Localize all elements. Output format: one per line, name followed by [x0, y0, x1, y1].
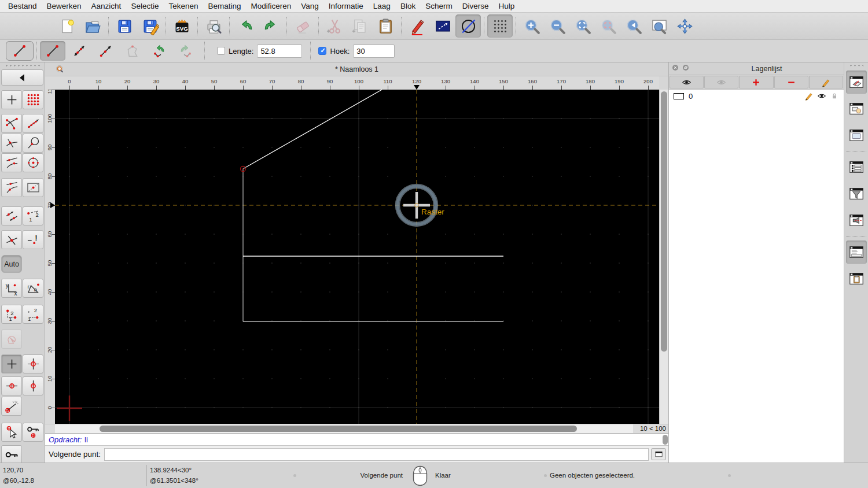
restrict-horizontal-vertical-button[interactable]: 12	[23, 305, 43, 324]
zoom-in-button[interactable]	[519, 14, 545, 38]
panel-property-editor-button[interactable]	[846, 156, 867, 179]
vertical-scrollbar[interactable]	[659, 90, 668, 424]
zoom-out-button[interactable]	[545, 14, 570, 38]
deselect-all-button[interactable]	[455, 14, 481, 38]
relative-zero-vertical-button[interactable]	[23, 376, 43, 395]
close-panel-button[interactable]	[669, 64, 679, 73]
relative-zero-horizontal-button[interactable]	[1, 376, 22, 395]
relative-zero-angle-button[interactable]	[1, 397, 22, 416]
select-mode-button[interactable]	[430, 14, 455, 38]
menu-modificeren[interactable]: Modificeren	[251, 2, 292, 10]
menu-laag[interactable]: Laag	[373, 2, 391, 10]
line-both-directions-button[interactable]	[67, 41, 92, 61]
menu-aanzicht[interactable]: Aanzicht	[91, 2, 122, 10]
svg-export-button[interactable]: SVG	[169, 14, 194, 38]
add-layer-button[interactable]	[739, 76, 773, 88]
print-preview-button[interactable]	[201, 14, 226, 38]
menu-informatie[interactable]: Informatie	[329, 2, 363, 10]
angle-input[interactable]	[353, 45, 395, 58]
line-single-direction-button[interactable]	[93, 41, 119, 61]
auto-snap-button[interactable]: Auto	[1, 255, 22, 273]
panel-library-browser-button[interactable]	[846, 209, 867, 232]
edit-layer-button[interactable]	[809, 76, 843, 88]
coordinate-cartesian-button[interactable]: yx	[1, 279, 22, 298]
coordinate-polar-button[interactable]: ra	[23, 279, 43, 298]
snap-intersection-manual-button[interactable]: !	[23, 230, 43, 249]
current-tool-line[interactable]	[6, 41, 34, 61]
undo-button[interactable]	[233, 14, 258, 38]
relative-zero-locked-button[interactable]	[1, 445, 22, 463]
back-button[interactable]	[1, 69, 43, 86]
snap-intersection-button[interactable]	[1, 230, 22, 249]
panel-block-list-button[interactable]	[846, 97, 867, 120]
edit-layer[interactable]	[804, 91, 814, 101]
remove-layer-button[interactable]	[774, 76, 808, 88]
snap-center-icon	[25, 155, 41, 171]
snap-intersection-auto-button[interactable]	[1, 134, 22, 153]
palette-drag-handle[interactable]	[5, 64, 40, 67]
grid-toggle-button[interactable]	[487, 14, 513, 38]
pick-relative-zero-button[interactable]	[1, 423, 22, 442]
zoom-previous-button[interactable]	[621, 14, 646, 38]
snap-center-button[interactable]	[23, 153, 43, 172]
snap-perpendicular-button[interactable]	[1, 178, 22, 197]
horizontal-scrollbar[interactable]	[55, 424, 633, 434]
restrict-orthogonal-button[interactable]: 12	[1, 305, 22, 324]
menu-blok[interactable]: Blok	[400, 2, 415, 10]
paste-button[interactable]	[373, 14, 398, 38]
menu-vang[interactable]: Vang	[301, 2, 319, 10]
snap-free-icon	[4, 92, 20, 108]
command-input[interactable]	[104, 448, 649, 461]
show-all-layers-button[interactable]	[670, 76, 704, 88]
snap-distance-button[interactable]: 12	[23, 206, 43, 225]
lock-relative-zero-button[interactable]	[23, 423, 43, 442]
layer-visibility-toggle[interactable]	[817, 91, 826, 101]
length-input[interactable]	[257, 45, 302, 58]
redo-button[interactable]	[258, 14, 284, 38]
command-window-toggle-button[interactable]	[651, 448, 666, 460]
snap-tangent-button[interactable]	[1, 153, 22, 172]
snap-on-entity-button[interactable]	[23, 134, 43, 153]
menu-scherm[interactable]: Scherm	[425, 2, 453, 10]
save-as-button[interactable]	[137, 14, 163, 38]
layer-lock-toggle[interactable]	[830, 91, 839, 101]
line-segments-button[interactable]	[40, 41, 65, 61]
snap-free-button[interactable]	[1, 90, 22, 109]
horizontal-scrollbar-thumb[interactable]	[100, 426, 577, 432]
zoom-auto-button[interactable]	[570, 14, 595, 38]
pan-button[interactable]	[672, 14, 697, 38]
snap-grid-button[interactable]	[23, 90, 43, 109]
menu-bewerken[interactable]: Bewerken	[47, 2, 82, 10]
zoom-window-button[interactable]	[646, 14, 672, 38]
angle-checkbox[interactable]	[318, 47, 326, 55]
menu-tekenen[interactable]: Tekenen	[168, 2, 198, 10]
layer-row[interactable]: 0	[669, 90, 844, 102]
snap-endpoints-button[interactable]	[1, 114, 22, 133]
panel-clipboard-button[interactable]	[846, 267, 867, 290]
set-relative-zero-button[interactable]	[23, 354, 43, 374]
menu-selectie[interactable]: Selectie	[131, 2, 159, 10]
menu-bemating[interactable]: Bemating	[208, 2, 241, 10]
snap-points-button[interactable]	[23, 114, 43, 133]
command-history-scrollbar[interactable]	[663, 435, 668, 445]
length-checkbox[interactable]	[217, 47, 225, 55]
menu-diverse[interactable]: Diverse	[462, 2, 489, 10]
panel-views-button[interactable]	[846, 124, 867, 147]
snap-reference-button[interactable]	[23, 178, 43, 197]
strip-drag-handle[interactable]	[849, 64, 863, 67]
save-button[interactable]	[112, 14, 137, 38]
panel-layer-list-button[interactable]	[846, 71, 867, 94]
open-file-button[interactable]	[80, 14, 105, 38]
float-panel-button[interactable]	[679, 64, 690, 73]
new-file-button[interactable]	[54, 14, 80, 38]
menu-bestand[interactable]: Bestand	[8, 2, 37, 10]
menu-hulp[interactable]: Hulp	[498, 2, 514, 10]
draw-mode-button[interactable]	[404, 14, 430, 38]
vertical-scrollbar-thumb[interactable]	[661, 91, 667, 352]
snap-parallel-button[interactable]	[1, 206, 22, 225]
undo-segment-button[interactable]	[146, 41, 172, 61]
panel-selection-filter-button[interactable]	[846, 182, 867, 205]
drawing-canvas[interactable]: Raster	[55, 90, 659, 424]
relative-zero-free-button[interactable]	[1, 354, 22, 374]
panel-command-line-button[interactable]	[846, 241, 867, 264]
